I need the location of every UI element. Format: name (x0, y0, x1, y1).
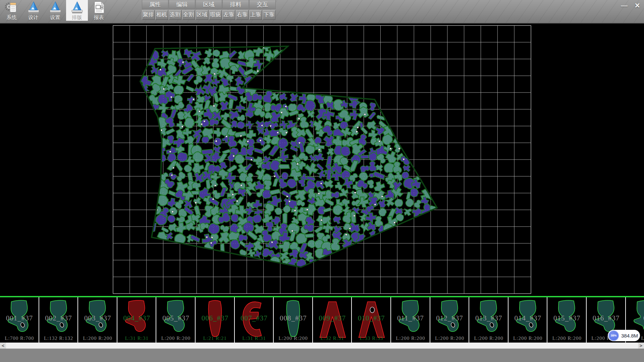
piece-id-label: 011_#37 (391, 314, 430, 322)
toolbar-button-label: 报表 (94, 14, 104, 21)
thumbnail-cell[interactable]: 002_#37 L:132 R:132 (39, 297, 78, 343)
thumbnail-cell[interactable]: 012_#37 L:200 R:200 (430, 297, 470, 343)
gear-notebook-icon (5, 1, 19, 14)
progress-percent: 38% (610, 334, 616, 337)
piece-lr-label: L:132 R:132 (39, 336, 78, 341)
btn-region[interactable]: 区域 (196, 10, 208, 20)
piece-id-label: 009_#37 (313, 314, 352, 322)
piece-id-label: 005_#37 (156, 314, 195, 322)
window-controls: — × (617, 1, 643, 10)
piece-id-label: 002_#37 (39, 314, 78, 322)
thumbnail-cell[interactable]: 015_#37 L:200 R:200 (547, 297, 587, 343)
btn-snap-left[interactable]: 左靠 (222, 10, 235, 20)
thumbnail-cell[interactable]: 001_#37 L:700 R:700 (0, 297, 39, 343)
thumbnail-cell[interactable]: 005_#37 L:200 R:200 (156, 297, 196, 343)
thumbnail-content: 002_#37 L:132 R:132 (39, 297, 78, 343)
nesting-canvas[interactable] (0, 23, 644, 296)
piece-id-label: 007_#37 (235, 314, 274, 322)
thumbnail-content: 001_#37 L:700 R:700 (0, 297, 39, 343)
tab-edit[interactable]: 编辑 (169, 0, 195, 9)
thumbnail-cell[interactable]: 008_#37 L:200 R:200 (274, 297, 313, 343)
piece-id-label: 006_#37 (196, 314, 234, 322)
piece-id-label: 013_#37 (469, 314, 508, 322)
set-square-icon (26, 1, 41, 14)
toolbar-button-label: 设置 (50, 14, 60, 21)
piece-id-label: 015_#37 (547, 314, 586, 322)
h-scrollbar[interactable]: < > (0, 343, 644, 349)
memory-badge[interactable]: 38% 384.8M (608, 330, 640, 341)
piece-lr-label: L:32 R:31 (313, 336, 352, 341)
thumbnail-strip: 001_#37 L:700 R:700 002_#37 L:132 R:132 … (0, 297, 644, 343)
toolbar-button-label: 系统 (7, 14, 17, 21)
thumbnail-content: 011_#37 L:200 R:200 (391, 297, 430, 343)
thumbnail-content: 014_#37 L:200 R:200 (508, 297, 547, 343)
tab-properties[interactable]: 属性 (142, 0, 168, 9)
thumbnail-cell[interactable]: 009_#37 L:32 R:31 (313, 297, 352, 343)
close-button[interactable]: × (631, 1, 643, 10)
thumbnail-cell[interactable]: 013_#37 L:200 R:200 (469, 297, 508, 343)
memory-label: 384.8M (621, 333, 638, 339)
app-toolbar: 系统 设计 设置 排版 报表 (1, 0, 110, 21)
piece-id-label: 0 (626, 314, 644, 322)
btn-select-cut[interactable]: 选割 (169, 10, 181, 20)
layout-button[interactable]: 排版 (66, 0, 88, 21)
app-window: 系统 设计 设置 排版 报表 属性编辑区域排料交互 聚排相机选割全割区域瑕疵左靠… (0, 0, 644, 362)
piece-lr-label: L:200 R:200 (547, 336, 586, 341)
settings-button[interactable]: 设置 (44, 0, 66, 21)
piece-lr-label: L:21 R:21 (196, 336, 234, 341)
minimize-button[interactable]: — (618, 1, 630, 10)
piece-lr-label: L:200 R:200 (430, 336, 469, 341)
btn-snap-bottom[interactable]: 下靠 (263, 10, 275, 20)
piece-id-label: 001_#37 (0, 314, 39, 322)
thumbnail-cell[interactable]: 011_#37 L:200 R:200 (391, 297, 430, 343)
thumbnail-content: 004_#37 L:31 R:31 (117, 297, 156, 343)
system-button[interactable]: 系统 (1, 0, 22, 21)
scroll-track[interactable] (6, 343, 638, 349)
thumbnail-cell[interactable]: 004_#37 L:31 R:31 (117, 297, 157, 343)
thumbnail-content: 012_#37 L:200 R:200 (430, 297, 469, 343)
design-button[interactable]: 设计 (22, 0, 44, 21)
piece-id-label: 012_#37 (430, 314, 469, 322)
piece-id-label: 014_#37 (508, 314, 547, 322)
tab-interact[interactable]: 交互 (249, 0, 276, 9)
status-bar (0, 349, 644, 362)
thumbnail-cell[interactable]: 010_#37 L:33 R:33 (352, 297, 391, 343)
tab-region[interactable]: 区域 (196, 0, 222, 9)
btn-snap-top[interactable]: 上靠 (249, 10, 262, 20)
piece-lr-label: L:700 R:700 (0, 336, 39, 341)
progress-circle: 38% (608, 330, 619, 341)
thumbnail-content: 006_#37 L:21 R:21 (196, 297, 234, 343)
menu-tab-bar: 属性编辑区域排料交互 (142, 0, 276, 9)
thumbnail-content: 015_#37 L:200 R:200 (547, 297, 586, 343)
piece-lr-label: L:200 R:200 (78, 336, 117, 341)
thumbnail-content: 007_#37 L:31 R:31 (235, 297, 274, 343)
thumbnail-content: 013_#37 L:200 R:200 (469, 297, 508, 343)
thumbnail-content: 005_#37 L:200 R:200 (156, 297, 195, 343)
thumbnail-cell[interactable]: 003_#37 L:200 R:200 (78, 297, 117, 343)
thumbnail-content: 008_#37 L:200 R:200 (274, 297, 313, 343)
menu-area: 属性编辑区域排料交互 聚排相机选割全割区域瑕疵左靠右靠上靠下靠 (142, 0, 276, 20)
btn-cluster-nest[interactable]: 聚排 (142, 10, 155, 20)
piece-id-label: 008_#37 (274, 314, 313, 322)
btn-cut-all[interactable]: 全割 (182, 10, 195, 20)
action-button-bar: 聚排相机选割全割区域瑕疵左靠右靠上靠下靠 (142, 10, 276, 20)
btn-camera[interactable]: 相机 (155, 10, 168, 20)
piece-lr-label: L:31 R:31 (235, 336, 274, 341)
scroll-right-button[interactable]: > (638, 343, 644, 349)
thumbnail-content: 003_#37 L:200 R:200 (78, 297, 117, 343)
btn-defect[interactable]: 瑕疵 (209, 10, 222, 20)
set-square-icon (70, 1, 84, 14)
btn-snap-right[interactable]: 右靠 (236, 10, 249, 20)
thumbnail-cell[interactable]: 007_#37 L:31 R:31 (235, 297, 274, 343)
piece-lr-label: L:31 R:31 (117, 336, 156, 341)
piece-lr-label: L:200 R:200 (508, 336, 547, 341)
thumbnail-cell[interactable]: 006_#37 L:21 R:21 (196, 297, 235, 343)
tab-nesting[interactable]: 排料 (222, 0, 249, 9)
piece-lr-label: L:200 R:200 (469, 336, 508, 341)
nesting-canvas-host (0, 23, 644, 296)
scroll-left-button[interactable]: < (0, 343, 6, 349)
piece-lr-label: L:200 R:200 (156, 336, 195, 341)
toolbar: 系统 设计 设置 排版 报表 属性编辑区域排料交互 聚排相机选割全割区域瑕疵左靠… (0, 0, 644, 23)
report-button[interactable]: 报表 (88, 0, 110, 21)
thumbnail-cell[interactable]: 014_#37 L:200 R:200 (508, 297, 548, 343)
